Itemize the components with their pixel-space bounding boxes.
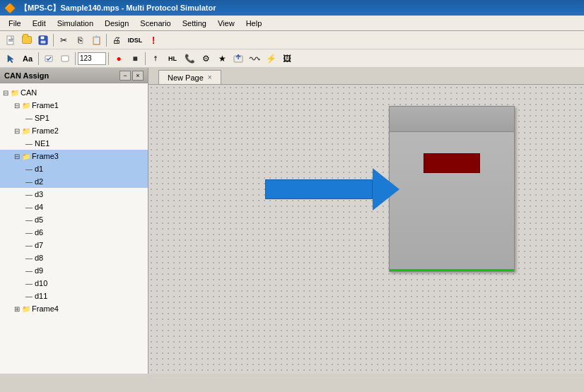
- stop2-btn[interactable]: ■: [127, 51, 143, 66]
- tree-item-d10[interactable]: — d10: [0, 277, 148, 290]
- arrow-head: [373, 168, 399, 210]
- toolbar-sep-5: [108, 52, 109, 65]
- check1-btn[interactable]: [41, 51, 57, 66]
- wave-btn[interactable]: [247, 51, 262, 66]
- new-file-btn[interactable]: [3, 32, 18, 48]
- tree-expand-icon: —: [25, 267, 33, 275]
- app-icon: 🔶: [4, 3, 16, 13]
- tree-branch-icon: 📁: [22, 305, 30, 313]
- device-bottom-bar: [390, 269, 514, 271]
- tree-expand-icon: —: [25, 229, 33, 237]
- canvas-tab-close[interactable]: ×: [208, 73, 212, 81]
- tree-item-sp1[interactable]: — SP1: [0, 112, 148, 124]
- tree-item-label: d1: [35, 165, 43, 173]
- tree-item-d4[interactable]: — d4: [0, 201, 148, 213]
- tree-item-frame1[interactable]: ⊟ 📁Frame1: [0, 99, 148, 112]
- tree-expand-icon: —: [25, 165, 33, 173]
- star-btn[interactable]: ★: [214, 51, 230, 66]
- tree-item-d9[interactable]: — d9: [0, 264, 148, 277]
- print-btn[interactable]: 🖨: [109, 32, 124, 48]
- panel-title: CAN Assign: [4, 71, 49, 80]
- device-rect: [389, 106, 515, 272]
- menu-design[interactable]: Design: [99, 18, 134, 29]
- phone-btn[interactable]: 📞: [182, 51, 197, 66]
- cut-btn[interactable]: ✂: [56, 32, 71, 48]
- tree-item-d1[interactable]: — d1: [0, 162, 148, 175]
- lightning-btn[interactable]: ⚡: [263, 51, 279, 66]
- tree-item-d5[interactable]: — d5: [0, 213, 148, 226]
- tree-item-can-root[interactable]: ⊟ 📁CAN: [0, 86, 148, 99]
- device-header: [390, 107, 514, 132]
- tree-expand-icon: —: [25, 292, 33, 300]
- tree-item-d7[interactable]: — d7: [0, 239, 148, 251]
- tree-item-frame4[interactable]: ⊞ 📁Frame4: [0, 302, 148, 315]
- tree-item-label: d5: [35, 215, 43, 224]
- svg-rect-7: [62, 56, 69, 61]
- canvas-tab-new-page[interactable]: New Page ×: [158, 70, 221, 84]
- tree-item-frame3[interactable]: ⊟ 📁Frame3: [0, 150, 148, 162]
- menu-help[interactable]: Help: [240, 18, 268, 29]
- tree-item-label: Frame4: [32, 304, 59, 313]
- select-btn[interactable]: [3, 51, 18, 66]
- hi-lo-btn[interactable]: HL: [164, 51, 181, 66]
- svg-rect-5: [40, 40, 46, 44]
- panel-pin-btn[interactable]: −: [119, 71, 131, 81]
- menu-file[interactable]: File: [3, 18, 27, 29]
- canvas-area: New Page ×: [148, 68, 584, 374]
- menu-edit[interactable]: Edit: [27, 18, 52, 29]
- toolbar-sep-1: [53, 34, 54, 47]
- image-btn[interactable]: 🖼: [279, 51, 295, 66]
- panel-close-btn[interactable]: ×: [132, 71, 144, 81]
- zoom-input[interactable]: [78, 52, 106, 65]
- menu-scenario[interactable]: Scenario: [134, 18, 176, 29]
- canvas-content[interactable]: [148, 85, 584, 374]
- menu-bar: File Edit Simulation Design Scenario Set…: [0, 16, 584, 31]
- tree-expand-icon: —: [25, 114, 33, 122]
- device-indicator: [424, 153, 480, 173]
- open-btn[interactable]: [19, 32, 35, 48]
- tree-container: ⊟ 📁CAN⊟ 📁Frame1— SP1⊟ 📁Frame2— NE1⊟ 📁Fra…: [0, 83, 148, 374]
- menu-simulation[interactable]: Simulation: [52, 18, 99, 29]
- tree-item-d11[interactable]: — d11: [0, 290, 148, 302]
- menu-view[interactable]: View: [212, 18, 240, 29]
- window-title: 【MPS-C】Sample140.mps - Multi Protocol Si…: [20, 3, 216, 13]
- panel-controls: − ×: [119, 71, 144, 81]
- tree-item-label: Frame3: [32, 152, 59, 160]
- tree-expand-icon: —: [25, 203, 33, 211]
- tree-item-label: d11: [35, 292, 47, 300]
- blue-arrow: [265, 168, 399, 210]
- tree-item-label: d7: [35, 241, 43, 249]
- paste-btn[interactable]: 📋: [88, 32, 104, 48]
- tree-item-label: d10: [35, 279, 47, 287]
- tree-branch-icon: 📁: [22, 127, 30, 135]
- stop-btn[interactable]: !: [146, 32, 161, 48]
- export-btn[interactable]: [230, 51, 246, 66]
- step-btn[interactable]: †: [148, 51, 163, 66]
- aa-btn[interactable]: Aa: [19, 51, 36, 66]
- tree-branch-icon: 📁: [22, 153, 30, 160]
- tree-item-label: d2: [35, 177, 43, 186]
- tree-item-label: Frame1: [32, 101, 59, 109]
- tree-item-d8[interactable]: — d8: [0, 251, 148, 264]
- tree-item-frame2[interactable]: ⊟ 📁Frame2: [0, 124, 148, 137]
- record-btn[interactable]: ●: [111, 51, 127, 66]
- tree-expand-icon: —: [25, 280, 33, 287]
- copy-btn[interactable]: ⎘: [72, 32, 88, 48]
- settings2-btn[interactable]: ⚙: [198, 51, 214, 66]
- tree-item-d2[interactable]: — d2: [0, 175, 148, 188]
- tree-item-label: Frame2: [32, 126, 59, 135]
- save-btn[interactable]: [35, 32, 51, 48]
- tree-item-ne1[interactable]: — NE1: [0, 137, 148, 150]
- tree-item-label: CAN: [21, 88, 37, 97]
- tree-item-label: NE1: [35, 139, 49, 148]
- tree-item-label: SP1: [35, 114, 49, 122]
- tree-item-d6[interactable]: — d6: [0, 226, 148, 239]
- tree-item-label: d8: [35, 254, 43, 262]
- canvas-tab-label: New Page: [168, 73, 204, 82]
- menu-setting[interactable]: Setting: [177, 18, 212, 29]
- tree-item-d3[interactable]: — d3: [0, 188, 148, 201]
- left-panel: CAN Assign − × ⊟ 📁CAN⊟ 📁Frame1— SP1⊟ 📁Fr…: [0, 68, 148, 374]
- idl-btn[interactable]: IDSL: [125, 32, 145, 48]
- toolbar-row-2: Aa ● ■ † HL 📞 ⚙ ★ ⚡ 🖼: [0, 49, 584, 68]
- check2-btn[interactable]: [57, 51, 73, 66]
